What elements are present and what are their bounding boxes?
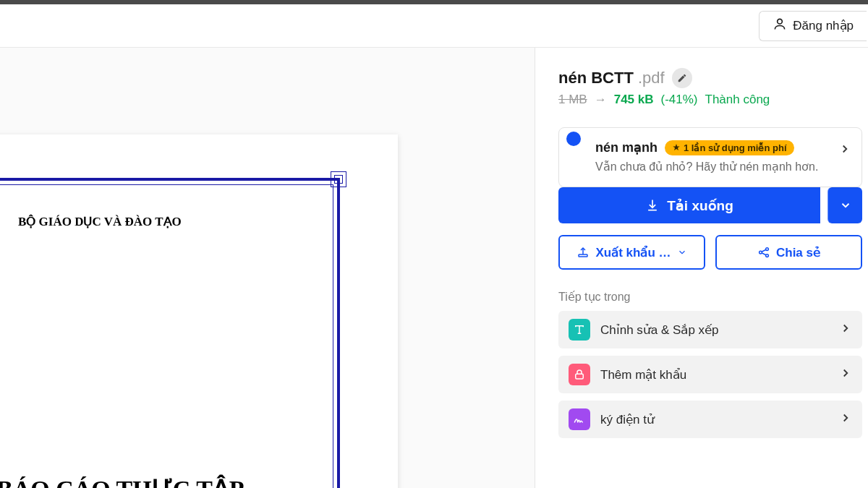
document-frame-outer: BỘ GIÁO DỤC VÀ ĐÀO TẠO BÁO CÁO THỰC TẬP …: [0, 178, 340, 488]
document-preview-pane: BỘ GIÁO DỤC VÀ ĐÀO TẠO BÁO CÁO THỰC TẬP …: [0, 48, 535, 488]
svg-rect-9: [576, 374, 584, 379]
file-name-row: nén BCTT.pdf: [558, 68, 862, 88]
download-row: Tải xuống: [558, 187, 862, 223]
share-icon: [757, 246, 770, 259]
download-options-button[interactable]: [827, 187, 862, 223]
tool-label: ký điện tử: [600, 412, 829, 427]
share-label: Chia sẻ: [776, 245, 820, 260]
svg-line-5: [762, 249, 766, 252]
free-use-badge: 1 lần sử dụng miễn phí: [665, 140, 794, 155]
continue-tool-list: Chỉnh sửa & Sắp xếp Thêm mật khẩu ký điệ…: [558, 311, 862, 438]
login-button[interactable]: Đăng nhập: [759, 11, 867, 41]
compressed-size: 745 kB: [614, 93, 654, 107]
document-frame-inner: BỘ GIÁO DỤC VÀ ĐÀO TẠO BÁO CÁO THỰC TẬP …: [0, 184, 333, 488]
chevron-down-icon: [839, 199, 852, 212]
document-title-block: BÁO CÁO THỰC TẬP ĐỢT 4 NĂM HỌC 2022 - 20…: [0, 474, 333, 488]
file-extension: .pdf: [638, 69, 665, 87]
arrow-right-icon: →: [595, 93, 607, 107]
login-label: Đăng nhập: [793, 18, 854, 33]
user-icon: [773, 17, 787, 35]
chevron-right-icon: [839, 367, 852, 382]
free-use-badge-label: 1 lần sử dụng miễn phí: [684, 142, 787, 153]
indicator-dot-icon: [566, 132, 581, 146]
export-label: Xuất khẩu …: [595, 245, 671, 260]
side-panel: nén BCTT.pdf 1 MB → 745 kB (-41%) Thành …: [535, 48, 868, 488]
document-header-text: BỘ GIÁO DỤC VÀ ĐÀO TẠO: [18, 214, 182, 229]
continue-label: Tiếp tục trong: [558, 290, 862, 304]
tool-esign[interactable]: ký điện tử: [558, 401, 862, 438]
top-bar: Đăng nhập: [0, 4, 868, 48]
tool-edit-organize[interactable]: Chỉnh sửa & Sắp xếp: [558, 311, 862, 348]
export-icon: [576, 246, 590, 259]
rename-button[interactable]: [672, 68, 692, 88]
chevron-right-icon: [838, 142, 851, 158]
chevron-right-icon: [839, 411, 852, 427]
tool-label: Thêm mật khẩu: [600, 367, 829, 382]
reduction-percent: (-41%): [661, 93, 698, 107]
file-name: nén BCTT: [558, 69, 634, 87]
document-page: BỘ GIÁO DỤC VÀ ĐÀO TẠO BÁO CÁO THỰC TẬP …: [0, 134, 398, 488]
main-area: BỘ GIÁO DỤC VÀ ĐÀO TẠO BÁO CÁO THỰC TẬP …: [0, 48, 868, 488]
svg-point-0: [778, 19, 783, 24]
download-icon: [645, 198, 660, 213]
status-success: Thành công: [705, 93, 770, 107]
share-button[interactable]: Chia sẻ: [715, 235, 862, 270]
chevron-right-icon: [839, 322, 852, 338]
tool-label: Chỉnh sửa & Sắp xếp: [600, 322, 829, 338]
strong-compress-subtitle: Vẫn chưa đủ nhỏ? Hãy thử nén mạnh hơn.: [595, 160, 848, 174]
signature-icon: [569, 408, 590, 430]
chevron-down-icon: [677, 247, 687, 257]
download-label: Tải xuống: [667, 197, 733, 214]
strong-compress-title: nén mạnh: [595, 140, 658, 155]
document-title: BÁO CÁO THỰC TẬP: [0, 474, 333, 488]
secondary-actions-row: Xuất khẩu … Chia sẻ: [558, 235, 862, 270]
lock-icon: [569, 364, 590, 385]
download-button[interactable]: Tải xuống: [558, 187, 820, 223]
svg-line-6: [762, 253, 766, 255]
text-edit-icon: [569, 319, 590, 341]
original-size: 1 MB: [558, 93, 587, 107]
tool-add-password[interactable]: Thêm mật khẩu: [558, 356, 862, 393]
strong-compress-header: nén mạnh 1 lần sử dụng miễn phí: [595, 140, 848, 155]
star-icon: [672, 143, 681, 152]
strong-compress-card[interactable]: nén mạnh 1 lần sử dụng miễn phí Vẫn chưa…: [558, 127, 862, 187]
pencil-icon: [677, 73, 687, 83]
compression-result-row: 1 MB → 745 kB (-41%) Thành công: [558, 93, 862, 107]
svg-rect-1: [579, 254, 587, 257]
export-button[interactable]: Xuất khẩu …: [558, 235, 705, 270]
